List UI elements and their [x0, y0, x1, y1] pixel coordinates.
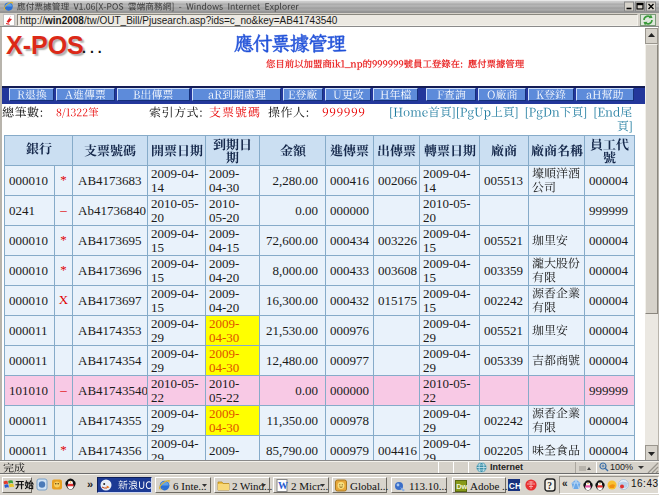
svg-text:?: ? [547, 481, 552, 491]
svg-text:W: W [278, 480, 288, 491]
svg-text:Dw: Dw [456, 482, 467, 491]
svg-text:CH: CH [509, 481, 521, 491]
